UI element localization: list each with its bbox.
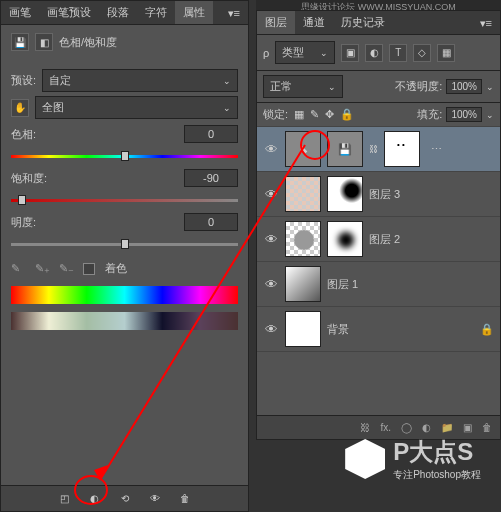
- panel-menu-icon[interactable]: ▾≡: [220, 3, 248, 24]
- lightness-label: 明度:: [11, 215, 55, 230]
- lock-all-icon[interactable]: 🔒: [340, 108, 354, 121]
- lightness-value[interactable]: 0: [184, 213, 238, 231]
- mask-icon[interactable]: ◯: [401, 422, 412, 433]
- visibility-icon[interactable]: 👁: [263, 276, 279, 292]
- chevron-down-icon: ⌄: [223, 103, 231, 113]
- layer-thumb: [285, 221, 321, 257]
- layer-item[interactable]: 👁 图层 1: [257, 262, 500, 307]
- hand-icon[interactable]: ✋: [11, 99, 29, 117]
- tab-channels[interactable]: 通道: [295, 11, 333, 34]
- layer-name[interactable]: 图层 2: [369, 232, 494, 247]
- lock-label: 锁定:: [263, 107, 288, 122]
- opacity-value[interactable]: 100%: [446, 79, 482, 94]
- layers-panel: 图层 通道 历史记录 ▾≡ ρ 类型 ⌄ ▣ ◐ T ◇ ▦ 正常 ⌄ 不透明度…: [256, 10, 501, 440]
- properties-panel: 画笔 画笔预设 段落 字符 属性 ▾≡ 💾 ◧ 色相/饱和度 预设: 自定 ⌄ …: [0, 0, 249, 512]
- eyedropper-sub-icon[interactable]: ✎₋: [59, 262, 73, 276]
- visibility-icon[interactable]: 👁: [263, 231, 279, 247]
- filter-kind-value: 类型: [282, 45, 304, 60]
- group-icon[interactable]: 📁: [441, 422, 453, 433]
- saturation-value[interactable]: -90: [184, 169, 238, 187]
- link-layers-icon[interactable]: ⛓: [360, 422, 370, 433]
- panel-title: 色相/饱和度: [59, 35, 117, 50]
- reset-icon[interactable]: ⟲: [116, 490, 134, 508]
- filter-adjust-icon[interactable]: ◐: [365, 44, 383, 62]
- mask-thumb: [327, 221, 363, 257]
- layer-thumb: [285, 311, 321, 347]
- tab-history[interactable]: 历史记录: [333, 11, 393, 34]
- layer-item[interactable]: 👁 背景 🔒: [257, 307, 500, 352]
- tab-brush[interactable]: 画笔: [1, 1, 39, 24]
- toggle-visibility-icon[interactable]: 👁: [146, 490, 164, 508]
- delete-icon[interactable]: 🗑: [176, 490, 194, 508]
- delete-layer-icon[interactable]: 🗑: [482, 422, 492, 433]
- preset-value: 自定: [49, 73, 71, 88]
- layer-list: 👁 ⬉ 💾 ⛓ • • ⋯ 👁 图层 3 👁 图层 2 👁 图层 1 👁: [257, 127, 500, 352]
- logo-subtitle: 专注Photoshop教程: [393, 468, 481, 482]
- layer-item[interactable]: 👁 ⬉ 💾 ⛓ • • ⋯: [257, 127, 500, 172]
- chevron-down-icon[interactable]: ⌄: [486, 110, 494, 120]
- lock-pixels-icon[interactable]: ✎: [310, 108, 319, 121]
- range-value: 全图: [42, 100, 64, 115]
- fill-label: 填充:: [417, 107, 442, 122]
- chevron-down-icon: ⌄: [328, 82, 336, 92]
- layer-item[interactable]: 👁 图层 3: [257, 172, 500, 217]
- layer-name[interactable]: 图层 3: [369, 187, 494, 202]
- fill-value[interactable]: 100%: [446, 107, 482, 122]
- properties-footer: ◰ ◐ ⟲ 👁 🗑: [1, 485, 248, 511]
- colorize-label: 着色: [105, 261, 127, 276]
- filter-kind-label: ρ: [263, 47, 269, 59]
- adjustment-thumb: ⬉: [285, 131, 321, 167]
- layer-thumb: [285, 176, 321, 212]
- layer-name[interactable]: 背景: [327, 322, 474, 337]
- tab-brush-preset[interactable]: 画笔预设: [39, 1, 99, 24]
- saturation-slider[interactable]: [11, 193, 238, 207]
- logo-icon: [345, 439, 385, 479]
- hue-slider[interactable]: [11, 149, 238, 163]
- tab-paragraph[interactable]: 段落: [99, 1, 137, 24]
- chevron-down-icon[interactable]: ⌄: [486, 82, 494, 92]
- blend-mode-select[interactable]: 正常 ⌄: [263, 75, 343, 98]
- adjustment-layer-icon[interactable]: ◐: [422, 422, 431, 433]
- saturation-label: 饱和度:: [11, 171, 55, 186]
- tab-character[interactable]: 字符: [137, 1, 175, 24]
- range-select[interactable]: 全图 ⌄: [35, 96, 238, 119]
- tab-layers[interactable]: 图层: [257, 11, 295, 34]
- filter-smart-icon[interactable]: ▦: [437, 44, 455, 62]
- chevron-down-icon: ⌄: [320, 48, 328, 58]
- new-layer-icon[interactable]: ▣: [463, 422, 472, 433]
- layer-thumb: [285, 266, 321, 302]
- lightness-slider[interactable]: [11, 237, 238, 251]
- layer-thumb: 💾: [327, 131, 363, 167]
- blend-mode-value: 正常: [270, 79, 292, 94]
- chevron-down-icon: ⌄: [223, 76, 231, 86]
- eyedropper-icon[interactable]: ✎: [11, 262, 25, 276]
- left-tabs: 画笔 画笔预设 段落 字符 属性 ▾≡: [1, 1, 248, 25]
- fx-icon[interactable]: fx.: [380, 422, 391, 433]
- layer-name[interactable]: 图层 1: [327, 277, 494, 292]
- visibility-icon[interactable]: 👁: [263, 141, 279, 157]
- filter-shape-icon[interactable]: ◇: [413, 44, 431, 62]
- panel-menu-icon[interactable]: ▾≡: [472, 13, 500, 34]
- logo-text: P大点S: [393, 438, 473, 465]
- filter-kind-select[interactable]: 类型 ⌄: [275, 41, 335, 64]
- colorize-checkbox[interactable]: [83, 263, 95, 275]
- clip-to-layer-icon[interactable]: ◰: [56, 490, 74, 508]
- watermark-logo: P大点S 专注Photoshop教程: [345, 436, 481, 482]
- mask-thumb: [327, 176, 363, 212]
- layer-menu-icon[interactable]: ⋯: [426, 143, 446, 156]
- filter-pixel-icon[interactable]: ▣: [341, 44, 359, 62]
- save-preset-icon[interactable]: 💾: [11, 33, 29, 51]
- filter-type-icon[interactable]: T: [389, 44, 407, 62]
- visibility-icon[interactable]: 👁: [263, 321, 279, 337]
- layer-item[interactable]: 👁 图层 2: [257, 217, 500, 262]
- lock-position-icon[interactable]: ✥: [325, 108, 334, 121]
- tab-properties[interactable]: 属性: [175, 1, 213, 24]
- hue-value[interactable]: 0: [184, 125, 238, 143]
- visibility-icon[interactable]: 👁: [263, 186, 279, 202]
- prev-state-icon[interactable]: ◐: [86, 490, 104, 508]
- lock-transparent-icon[interactable]: ▦: [294, 108, 304, 121]
- preset-select[interactable]: 自定 ⌄: [42, 69, 238, 92]
- preset-label: 预设:: [11, 73, 36, 88]
- eyedropper-add-icon[interactable]: ✎₊: [35, 262, 49, 276]
- mask-thumb: • •: [384, 131, 420, 167]
